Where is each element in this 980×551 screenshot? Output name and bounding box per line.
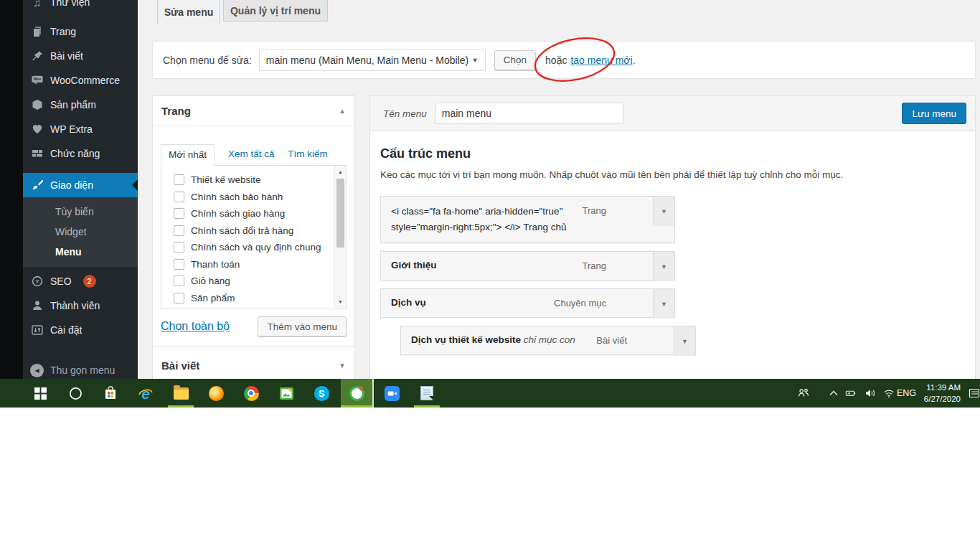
clock-date: 6/27/2020: [920, 393, 961, 405]
firefox-button[interactable]: [200, 379, 232, 408]
menu-item-web-design-sub[interactable]: Dịch vụ thiết kế website chỉ mục con Bài…: [400, 326, 696, 355]
menu-item-about[interactable]: Giới thiệu Trang ▼: [380, 251, 675, 281]
menu-select[interactable]: main menu (Main Menu, Main Menu - Mobile…: [259, 50, 486, 71]
image-editor-icon: [279, 386, 294, 401]
add-to-menu-button[interactable]: Thêm vào menu: [258, 316, 347, 336]
menu-name-input[interactable]: [435, 103, 623, 124]
start-button[interactable]: [24, 379, 56, 408]
page-checkbox-row[interactable]: Thiết kế website: [161, 171, 346, 189]
sidebar-item-wp-extra[interactable]: WP Extra: [23, 117, 138, 141]
internet-explorer-button[interactable]: e: [130, 379, 161, 408]
checkbox[interactable]: [174, 225, 184, 236]
notepad-button[interactable]: [411, 379, 443, 408]
store-icon: [104, 386, 117, 400]
select-all-link[interactable]: Chọn toàn bộ: [161, 320, 230, 333]
collapse-arrow-icon: ◀: [30, 364, 44, 377]
scrollbar[interactable]: ▲ ▼: [334, 166, 346, 308]
page-checkbox-row[interactable]: Giỏ hàng: [161, 273, 346, 290]
desktop-edge-strip: [0, 0, 23, 379]
sidebar-item-posts[interactable]: Bài viết: [23, 44, 138, 68]
sidebar-item-woocommerce[interactable]: Woo WooCommerce: [23, 68, 138, 93]
collapse-menu-button[interactable]: ◀ Thu gọn menu: [23, 358, 138, 379]
menu-item-services[interactable]: Dịch vụ Chuyên mục ▼: [380, 288, 675, 318]
create-new-menu-link[interactable]: tạo menu mới: [570, 55, 632, 66]
item-expand-button[interactable]: ▼: [653, 289, 674, 319]
expand-down-icon: ▼: [661, 301, 667, 308]
chrome-button[interactable]: [235, 379, 267, 408]
taskbar-clock[interactable]: 11:39 AM 6/27/2020: [920, 382, 961, 405]
tab-search[interactable]: Tìm kiếm: [288, 149, 328, 159]
image-editor-button[interactable]: [270, 379, 302, 408]
tab-view-all[interactable]: Xem tất cả: [228, 149, 275, 159]
posts-panel-header[interactable]: Bài viết ▼: [153, 346, 354, 379]
item-expand-button[interactable]: ▼: [653, 197, 674, 226]
save-menu-button[interactable]: Lưu menu: [902, 103, 966, 124]
select-menu-bar: Chọn menu để sửa: main menu (Main Menu, …: [152, 41, 976, 79]
user-icon: [30, 299, 44, 313]
item-expand-button[interactable]: ▼: [653, 252, 674, 281]
scroll-up-icon[interactable]: ▲: [335, 166, 346, 177]
sidebar-item-label: WP Extra: [50, 123, 93, 135]
choose-menu-button[interactable]: Chọn: [494, 50, 536, 70]
skype-button[interactable]: S: [306, 379, 337, 408]
checkbox[interactable]: [174, 208, 184, 219]
tab-most-recent[interactable]: Mới nhất: [161, 144, 215, 166]
sidebar-item-seo[interactable]: Y SEO 2: [23, 269, 138, 293]
heart-icon: [30, 123, 44, 136]
select-menu-label: Chọn menu để sửa:: [163, 55, 252, 66]
checkbox[interactable]: [174, 276, 184, 286]
sidebar-item-label: Trang: [50, 26, 76, 37]
menu-item-home[interactable]: <i class="fa fa-home" aria-hidden="true"…: [380, 196, 675, 243]
pages-actions: Chọn toàn bộ Thêm vào menu: [161, 316, 347, 346]
page-checkbox-row[interactable]: Chính sách đổi trả hàng: [161, 222, 346, 240]
skype-icon: S: [314, 386, 329, 401]
checkbox[interactable]: [174, 293, 184, 303]
pages-checklist: Thiết kế website Chính sách bảo hành Chí…: [161, 165, 347, 309]
sidebar-item-products[interactable]: Sản phẩm: [23, 93, 138, 117]
page-checkbox-row[interactable]: Sản phẩm: [161, 290, 346, 307]
checkbox[interactable]: [174, 242, 184, 253]
sidebar-item-functions[interactable]: Chức năng: [23, 141, 138, 166]
pages-panel-header[interactable]: Trang ▲: [153, 96, 354, 126]
firefox-icon: [209, 386, 224, 401]
submenu-item-menus[interactable]: Menu: [23, 242, 138, 262]
item-expand-button[interactable]: ▼: [674, 326, 695, 356]
action-center-icon[interactable]: [967, 386, 980, 400]
battery-icon[interactable]: [844, 386, 858, 400]
sidebar-item-label: SEO: [50, 276, 72, 287]
volume-icon[interactable]: [863, 386, 877, 400]
menu-item-type: Trang: [583, 260, 606, 271]
language-indicator[interactable]: ENG: [897, 388, 916, 398]
tab-edit-menus[interactable]: Sửa menu: [157, 0, 220, 24]
checkbox[interactable]: [174, 259, 184, 270]
sidebar-item-appearance[interactable]: Giao diện: [23, 173, 138, 197]
menu-item-type: Chuyên mục: [554, 298, 606, 309]
page-checkbox-row[interactable]: Chính sách giao hàng: [161, 205, 346, 222]
cortana-button[interactable]: [60, 379, 91, 408]
sidebar-item-pages[interactable]: Trang: [23, 19, 138, 44]
file-explorer-button[interactable]: [165, 379, 197, 408]
submenu-item-widgets[interactable]: Widget: [23, 222, 138, 242]
microsoft-store-button[interactable]: [95, 379, 126, 408]
tab-manage-locations[interactable]: Quản lý vị trí menu: [223, 0, 328, 22]
tray-chevron-icon[interactable]: [826, 386, 841, 400]
checkbox[interactable]: [174, 174, 184, 185]
scrollbar-thumb[interactable]: [336, 179, 344, 248]
page-checkbox-row[interactable]: Chính sách và quy định chung: [161, 239, 346, 256]
zoom-button[interactable]: [376, 379, 407, 408]
page-checkbox-row[interactable]: Thanh toán: [161, 256, 346, 273]
sidebar-item-settings[interactable]: Cài đặt: [23, 318, 138, 342]
period-text: .: [633, 55, 636, 66]
woocommerce-icon: Woo: [30, 74, 44, 88]
select-caret-icon: ▼: [472, 57, 479, 64]
checkbox[interactable]: [174, 192, 184, 202]
yoast-seo-icon: Y: [30, 275, 44, 288]
sidebar-item-users[interactable]: Thành viên: [23, 293, 138, 318]
page-checkbox-row[interactable]: Chính sách bảo hành: [161, 189, 346, 206]
sidebar-item-media[interactable]: ♫ Thư viện: [23, 0, 138, 14]
people-tray-icon[interactable]: [796, 386, 811, 400]
wifi-icon[interactable]: [882, 386, 896, 400]
active-green-app-button[interactable]: [341, 379, 372, 408]
scroll-down-icon[interactable]: ▼: [335, 296, 346, 307]
submenu-item-customize[interactable]: Tùy biến: [23, 202, 138, 222]
